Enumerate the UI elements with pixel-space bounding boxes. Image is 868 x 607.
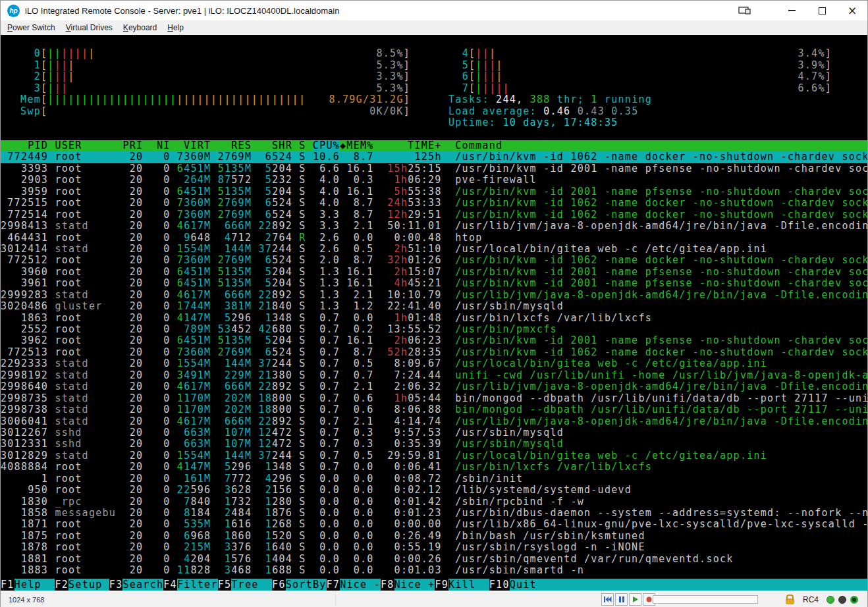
fkey-f3[interactable]: F3 [109, 579, 123, 591]
uptime-line: Uptime: 10 days, 17:48:35 [448, 117, 832, 129]
fkey-f4[interactable]: F4 [163, 579, 177, 591]
minimize-button[interactable] [776, 1, 807, 20]
fkey-f7[interactable]: F7 [327, 579, 340, 591]
fkey-f6[interactable]: F6 [272, 579, 286, 591]
process-row[interactable]: 1830 _rpc 20 0 7840 1732 1280 S 0.0 0.0 … [1, 496, 867, 508]
close-icon: × [848, 5, 857, 16]
playback-slider[interactable] [653, 595, 758, 604]
fkey-label-nice +[interactable]: Nice + [394, 579, 435, 591]
cpu-meter-1: 1[||||5.3%] [20, 60, 410, 72]
fkey-f1[interactable]: F1 [1, 579, 14, 591]
cpu-meter-4: 4[|||3.4%] [448, 48, 832, 60]
fkey-f8[interactable]: F8 [381, 579, 394, 591]
status-led-dark [838, 596, 846, 604]
fkey-f9[interactable]: F9 [435, 579, 448, 591]
process-row[interactable]: 3012414 statd 20 0 1554M 144M 37244 S 2.… [1, 244, 867, 255]
process-row[interactable]: 1875 root 20 0 6968 1860 1520 S 0.0 0.0 … [1, 531, 867, 542]
process-row[interactable]: 950 root 20 0 22596 3628 2156 S 0.0 0.0 … [1, 485, 867, 496]
function-key-bar: F1Help F2Setup F3SearchF4FilterF5Tree F6… [1, 579, 867, 591]
process-row[interactable]: 3960 root 20 0 6451M 5135M 5204 S 1.3 16… [1, 267, 867, 278]
fkey-label-tree[interactable]: Tree [231, 579, 272, 591]
process-row[interactable]: 2998735 statd 20 0 1170M 202M 18800 S 0.… [1, 393, 867, 404]
maximize-button[interactable] [807, 1, 837, 20]
process-row[interactable]: 2903 root 20 0 264M 87572 5232 S 4.0 0.3… [1, 174, 867, 186]
encryption-lock-icon [786, 598, 794, 604]
process-row[interactable]: 3012829 statd 20 0 1554M 144M 37244 S 0.… [1, 450, 867, 462]
process-row[interactable]: 1863 root 20 0 4147M 5296 1348 S 0.7 0.0… [1, 313, 867, 324]
load-average-line: Load average: 0.46 0.43 0.35 [448, 106, 832, 118]
cpu-meter-5: 5[||||3.9%] [448, 60, 832, 72]
process-row[interactable]: 3020486 gluster 20 0 1744M 381M 21840 S … [1, 301, 867, 312]
hp-logo-icon: hp [7, 5, 20, 17]
process-row[interactable]: 2998640 statd 20 0 4617M 666M 22892 S 0.… [1, 381, 867, 392]
status-led-green [827, 596, 834, 604]
status-leds [827, 596, 858, 604]
status-led-ring [850, 596, 858, 604]
process-row[interactable]: 3961 root 20 0 6451M 5135M 5204 S 1.3 16… [1, 278, 867, 289]
fkey-f2[interactable]: F2 [55, 579, 68, 591]
window-title: iLO Integrated Remote Console - Server: … [25, 6, 339, 16]
menu-bar: Power SwitchVirtual DrivesKeyboardHelp [1, 20, 867, 35]
process-row[interactable]: 2999283 statd 20 0 4617M 666M 22892 S 1.… [1, 290, 867, 301]
process-row[interactable]: 1881 root 20 0 4204 1576 1404 S 0.0 0.0 … [1, 554, 867, 565]
skip-to-start-button[interactable] [601, 593, 614, 606]
play-button[interactable] [629, 593, 641, 606]
close-button[interactable]: × [837, 1, 867, 20]
process-row[interactable]: 3012267 sshd 20 0 663M 107M 12472 S 0.7 … [1, 427, 867, 438]
fkey-label-search[interactable]: Search [122, 579, 163, 591]
process-row[interactable]: 1 root 20 0 161M 7772 4296 S 0.0 0.0 0:0… [1, 473, 867, 485]
process-row[interactable]: 2292333 statd 20 0 1554M 144M 37244 S 0.… [1, 358, 867, 369]
console-screen: 0[|||||||8.5%] 1[||||5.3%] 2[||||3.3%] 3… [1, 35, 867, 591]
cpu-meter-7: 7[|||||6.6%] [448, 83, 832, 95]
maximize-icon [819, 7, 826, 14]
fkey-label-setup[interactable]: Setup [68, 579, 109, 591]
process-row[interactable]: 3959 root 20 0 6451M 5135M 5204 S 4.0 16… [1, 186, 867, 198]
menu-item-power-switch[interactable]: Power Switch [2, 22, 61, 34]
process-row[interactable]: 2552 root 20 0 789M 53452 42680 S 0.7 0.… [1, 324, 867, 335]
process-row[interactable]: 772515 root 20 0 7360M 2769M 6524 S 4.0 … [1, 198, 867, 209]
process-row[interactable]: 3393 root 20 0 6451M 5135M 5204 S 6.6 16… [1, 163, 867, 174]
fkey-label-kill[interactable]: Kill [448, 579, 489, 591]
cpu-meter-0: 0[|||||||8.5%] [20, 48, 410, 60]
process-row[interactable]: 3962 root 20 0 6451M 5135M 5204 S 0.7 16… [1, 335, 867, 346]
process-row[interactable]: 1858 messagebu 20 0 8184 2484 1876 S 0.0… [1, 508, 867, 519]
process-table: PID USER PRI NI VIRT RES SHR S CPU%◆MEM%… [1, 140, 867, 577]
tasks-line: Tasks: 244, 388 thr; 1 running [448, 94, 832, 106]
process-row[interactable]: 2998738 statd 20 0 1170M 202M 18800 S 0.… [1, 404, 867, 415]
process-row[interactable]: 1878 root 20 0 215M 3376 1640 S 0.0 0.0 … [1, 542, 867, 553]
process-table-header[interactable]: PID USER PRI NI VIRT RES SHR S CPU%◆MEM%… [1, 140, 867, 151]
fkey-label-filter[interactable]: Filter [177, 579, 218, 591]
process-row[interactable]: 3012331 sshd 20 0 663M 107M 12472 S 0.7 … [1, 438, 867, 450]
process-row[interactable]: 1871 root 20 0 535M 1616 1268 S 0.0 0.0 … [1, 519, 867, 530]
pause-button[interactable] [615, 593, 628, 606]
process-row[interactable]: 2998413 statd 20 0 4617M 666M 22892 S 3.… [1, 221, 867, 232]
fkey-f10[interactable]: F10 [489, 579, 510, 591]
process-row[interactable]: 772513 root 20 0 7360M 2769M 6524 S 0.7 … [1, 347, 867, 358]
fkey-f5[interactable]: F5 [218, 579, 232, 591]
fkey-label-help[interactable]: Help [14, 579, 55, 591]
process-row[interactable]: 772512 root 20 0 7360M 2769M 6524 S 2.0 … [1, 255, 867, 266]
memory-meter: Mem[||||||||||||||||||||||||||||||||||||… [20, 94, 410, 106]
status-bar: 1024 x 768 RC4 [1, 591, 867, 607]
title-bar: hp iLO Integrated Remote Console - Serve… [1, 1, 867, 20]
cpu-meter-3: 3[|||5.3%] [20, 83, 410, 95]
fkey-label-quit[interactable]: Quit [510, 579, 537, 591]
fkey-label-sortby[interactable]: SortBy [286, 579, 327, 591]
process-row[interactable]: 4088884 root 20 0 4147M 5296 1348 S 0.7 … [1, 462, 867, 473]
process-row[interactable]: 2998192 statd 20 0 3491M 229M 21380 S 0.… [1, 370, 867, 381]
process-row[interactable]: 772514 root 20 0 7360M 2769M 6524 S 3.3 … [1, 209, 867, 221]
minimize-icon [788, 10, 796, 11]
process-row[interactable]: 464431 root 20 0 9648 4712 2764 R 2.6 0.… [1, 232, 867, 244]
process-row[interactable]: 3006041 statd 20 0 4617M 666M 22892 S 0.… [1, 416, 867, 427]
cpu-meter-2: 2[||||3.3%] [20, 71, 410, 83]
menu-item-keyboard[interactable]: Keyboard [118, 22, 162, 34]
htop-meters: 0[|||||||8.5%] 1[||||5.3%] 2[||||3.3%] 3… [20, 48, 832, 129]
remote-console-window: hp iLO Integrated Remote Console - Serve… [0, 0, 868, 607]
process-row[interactable]: 1883 root 20 0 11828 3468 1688 S 0.0 0.0… [1, 565, 867, 576]
process-row[interactable]: 772449 root 20 0 7360M 2769M 6524 S 10.6… [1, 151, 867, 163]
menu-item-help[interactable]: Help [162, 22, 189, 34]
menu-item-virtual-drives[interactable]: Virtual Drives [61, 22, 118, 34]
media-controls [601, 593, 655, 606]
console-dock-icon[interactable] [738, 6, 751, 15]
fkey-label-nice -[interactable]: Nice - [340, 579, 381, 591]
